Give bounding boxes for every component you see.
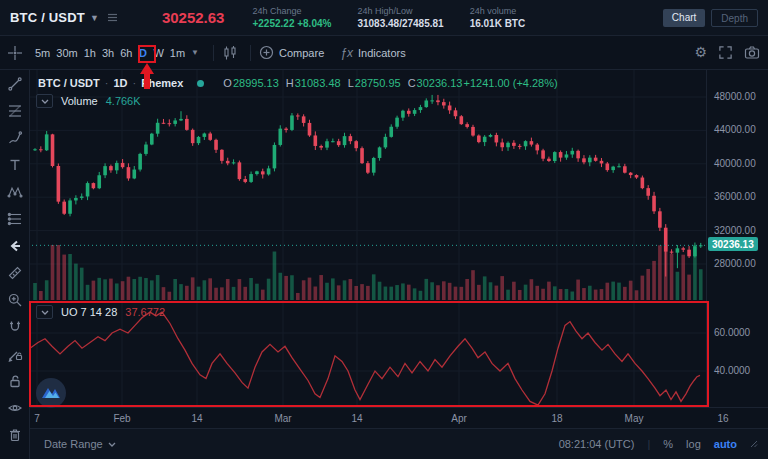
zoom-in-icon[interactable]	[0, 286, 29, 313]
ohlc-key: H	[286, 77, 294, 89]
fullscreen-icon[interactable]	[718, 44, 733, 60]
stat-label: 24h High/Low	[357, 6, 443, 17]
measure-ruler-icon[interactable]	[0, 259, 29, 286]
chevron-down-icon	[108, 442, 116, 447]
volume-collapse-button[interactable]	[36, 94, 53, 108]
indicators-button[interactable]: ƒx Indicators	[340, 46, 405, 60]
time-axis-label: Apr	[451, 413, 467, 424]
status-bar: Date Range 08:21:04 (UTC) | % log auto	[30, 428, 768, 459]
ohlc-key: O	[223, 77, 232, 89]
pair-caret-icon[interactable]: ▼	[90, 13, 99, 23]
lock-all-icon[interactable]	[0, 367, 29, 394]
timeframe-button-W[interactable]: W	[151, 45, 165, 61]
stat-block: 24h Change+2252.22 +8.04%	[252, 6, 331, 30]
mountain-logo-icon	[40, 382, 62, 404]
text-tool-icon[interactable]	[0, 151, 29, 178]
trendline-tool-icon[interactable]	[0, 70, 29, 97]
ohlc-val: 28750.95	[355, 77, 401, 89]
legend-separator: ·	[132, 77, 136, 89]
magnet-icon[interactable]	[0, 313, 29, 340]
ohlc-val: 28995.13	[233, 77, 279, 89]
screenshot-camera-icon[interactable]	[744, 44, 760, 60]
drawing-lock-icon[interactable]	[0, 340, 29, 367]
compare-label: Compare	[279, 47, 324, 59]
uo-legend: UO 7 14 28 37.6772	[36, 305, 165, 319]
time-axis-label: Mar	[274, 413, 291, 424]
market-stats: 24h Change+2252.22 +8.04%24h High/Low310…	[252, 6, 551, 30]
chevron-down-icon	[41, 310, 49, 315]
volume-legend: Volume 4.766K	[36, 94, 141, 108]
legend-interval: 1D	[113, 77, 127, 89]
compare-button[interactable]: Compare	[259, 45, 324, 60]
volume-label: Volume	[61, 95, 98, 107]
price-tick-label: 28000.00	[714, 258, 756, 269]
uo-indicator-name: UO 7 14 28	[61, 306, 117, 318]
clock-utc[interactable]: 08:21:04 (UTC)	[559, 438, 635, 450]
time-axis-label: May	[625, 413, 644, 424]
ohlc-val: 30236.13	[417, 77, 463, 89]
forecast-tool-icon[interactable]	[0, 205, 29, 232]
stat-label: 24h Change	[252, 6, 331, 17]
volume-value: 4.766K	[106, 95, 141, 107]
drawing-toolbar	[0, 70, 30, 459]
pair-name[interactable]: BTC / USDT	[10, 10, 85, 25]
price-axis[interactable]: 30236.13 48000.0044000.0040000.0036000.0…	[706, 70, 768, 407]
fib-retracement-tool-icon[interactable]	[0, 97, 29, 124]
chart-legend: BTC / USDT · 1D · Phemex O28995.13H31083…	[38, 77, 558, 89]
depth-view-button[interactable]: Depth	[711, 9, 758, 27]
auto-scale-button[interactable]: auto	[714, 438, 737, 450]
price-tick-label: 32000.00	[714, 225, 756, 236]
trading-terminal: BTC / USDT ▼ 30252.63 24h Change+2252.22…	[0, 0, 768, 459]
compare-plus-icon	[259, 45, 274, 60]
legend-symbol[interactable]: BTC / USDT	[38, 77, 100, 89]
hide-drawings-eye-icon[interactable]	[0, 394, 29, 421]
resize-corner-icon[interactable]	[750, 440, 758, 448]
uo-tick-label: 40.0000	[714, 365, 750, 376]
uo-collapse-button[interactable]	[36, 305, 53, 319]
stat-block: 24h volume16.01K BTC	[470, 6, 526, 30]
uo-tick-label: 60.0000	[714, 327, 750, 338]
chart-toolbar: 5m30m1h3h6hDW1m ▼ Compare ƒx Indicators	[0, 36, 768, 70]
settings-gear-icon[interactable]: ⚙	[694, 44, 707, 60]
timeframe-button-3h[interactable]: 3h	[100, 45, 116, 61]
ohlc-change: +1241.00 (+4.28%)	[464, 77, 558, 89]
timeframe-button-6h[interactable]: 6h	[118, 45, 134, 61]
ohlc-values: O28995.13H31083.48L28750.95C30236.13	[216, 77, 462, 89]
collapse-toolbar-arrow-icon[interactable]	[0, 232, 29, 259]
indicators-label: Indicators	[358, 47, 406, 59]
percent-scale-button[interactable]: %	[663, 438, 673, 450]
time-axis[interactable]: 7Feb14Mar14Apr18May16	[30, 407, 768, 428]
toolbar-divider	[213, 45, 214, 61]
ohlc-val: 31083.48	[295, 77, 341, 89]
candle-style-icon[interactable]	[222, 45, 238, 61]
time-axis-label: 7	[34, 413, 40, 424]
stat-value: 16.01K BTC	[470, 17, 526, 30]
timeframe-caret-icon[interactable]: ▼	[191, 48, 199, 57]
status-divider: |	[647, 438, 650, 450]
fx-icon: ƒx	[340, 46, 353, 60]
chart-view-button[interactable]: Chart	[663, 9, 705, 27]
toolbar-divider	[250, 45, 251, 61]
log-scale-button[interactable]: log	[686, 438, 701, 450]
timeframe-selector: 5m30m1h3h6hDW1m	[33, 45, 189, 61]
top-bar: BTC / USDT ▼ 30252.63 24h Change+2252.22…	[0, 0, 768, 36]
date-range-label: Date Range	[44, 438, 103, 450]
timeframe-button-D[interactable]: D	[136, 45, 149, 61]
timeframe-button-30m[interactable]: 30m	[54, 45, 79, 61]
crosshair-icon[interactable]	[7, 45, 23, 61]
brush-tool-icon[interactable]	[0, 124, 29, 151]
remove-drawings-trash-icon[interactable]	[0, 421, 29, 448]
last-price: 30252.63	[162, 9, 225, 26]
timeframe-button-1h[interactable]: 1h	[82, 45, 98, 61]
market-status-dot	[197, 80, 204, 87]
timeframe-button-5m[interactable]: 5m	[33, 45, 52, 61]
timeframe-button-1m[interactable]: 1m	[168, 45, 187, 61]
chevron-down-icon	[41, 99, 49, 104]
xabcd-pattern-tool-icon[interactable]	[0, 178, 29, 205]
pair-info-icon[interactable]	[107, 9, 118, 27]
date-range-button[interactable]: Date Range	[44, 438, 116, 450]
stat-block: 24h High/Low31083.48/27485.81	[357, 6, 443, 30]
ohlc-key: L	[348, 77, 354, 89]
current-price-badge: 30236.13	[708, 237, 758, 251]
time-axis-label: 14	[351, 413, 362, 424]
